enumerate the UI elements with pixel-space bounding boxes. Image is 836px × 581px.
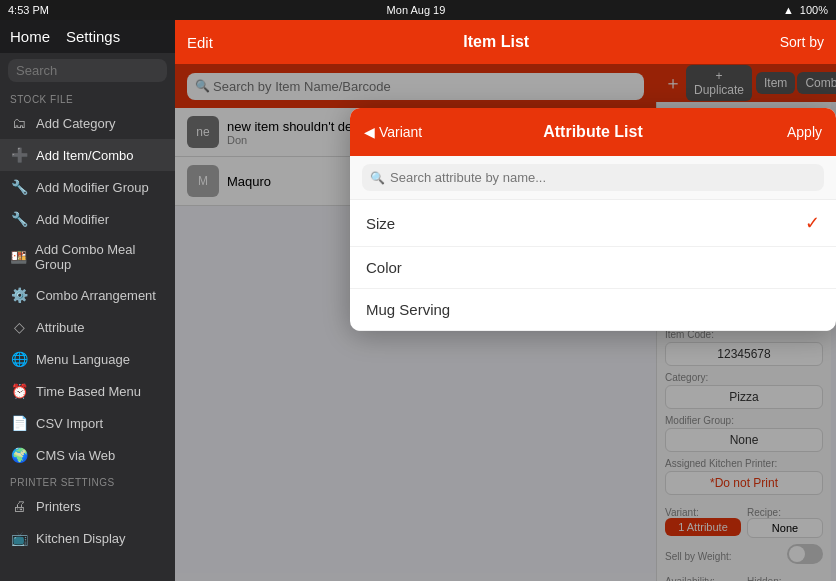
modifier-group-icon: 🔧: [10, 178, 28, 196]
sidebar-item-csv-import[interactable]: 📄 CSV Import: [0, 407, 175, 439]
battery-status: 100%: [800, 4, 828, 16]
sidebar: Home Settings STOCK FILE 🗂 Add Category …: [0, 20, 175, 581]
modal-overlay: ◀ Variant Attribute List Apply 🔍 Size: [175, 64, 836, 581]
top-bar: Edit Item List Sort by: [175, 20, 836, 64]
sidebar-search-area: [0, 53, 175, 88]
section-title-stock: STOCK FILE: [0, 88, 175, 107]
status-date: Mon Aug 19: [387, 4, 446, 16]
status-bar: 4:53 PM Mon Aug 19 ▲ 100%: [0, 0, 836, 20]
main-content: Edit Item List Sort by 🔍 ne: [175, 20, 836, 581]
category-icon: 🗂: [10, 114, 28, 132]
sidebar-item-label: Kitchen Display: [36, 531, 126, 546]
modal-search-area: 🔍: [350, 156, 836, 200]
sidebar-item-attribute[interactable]: ◇ Attribute: [0, 311, 175, 343]
sidebar-item-add-combo-meal-group[interactable]: 🍱 Add Combo Meal Group: [0, 235, 175, 279]
modal-attribute-list: Size ✓ Color Mug Serving: [350, 200, 836, 331]
sidebar-item-label: Add Modifier: [36, 212, 109, 227]
sidebar-item-kitchen-display[interactable]: 📺 Kitchen Display: [0, 522, 175, 554]
sidebar-item-label: Add Category: [36, 116, 116, 131]
page-title: Item List: [225, 33, 768, 51]
section-title-printer: PRINTER SETTINGS: [0, 471, 175, 490]
attribute-icon: ◇: [10, 318, 28, 336]
combo-meal-icon: 🍱: [10, 248, 27, 266]
modal-back-button[interactable]: ◀ Variant: [364, 124, 444, 140]
sidebar-item-label: CMS via Web: [36, 448, 115, 463]
sidebar-item-combo-arrangement[interactable]: ⚙️ Combo Arrangement: [0, 279, 175, 311]
search-icon: 🔍: [370, 171, 385, 185]
add-item-icon: ➕: [10, 146, 28, 164]
status-time: 4:53 PM: [8, 4, 49, 16]
sidebar-item-add-item-combo[interactable]: ➕ Add Item/Combo: [0, 139, 175, 171]
sidebar-item-add-category[interactable]: 🗂 Add Category: [0, 107, 175, 139]
attribute-label: Size: [366, 215, 805, 232]
attribute-item-size[interactable]: Size ✓: [350, 200, 836, 247]
modal-search-input[interactable]: [362, 164, 824, 191]
sidebar-nav-settings[interactable]: Settings: [66, 28, 120, 45]
printer-icon: 🖨: [10, 497, 28, 515]
sort-by-button[interactable]: Sort by: [780, 34, 824, 50]
sidebar-item-label: Add Item/Combo: [36, 148, 134, 163]
attribute-item-mug-serving[interactable]: Mug Serving: [350, 289, 836, 331]
sidebar-header: Home Settings: [0, 20, 175, 53]
language-icon: 🌐: [10, 350, 28, 368]
checkmark-icon: ✓: [805, 212, 820, 234]
sidebar-item-label: Time Based Menu: [36, 384, 141, 399]
arrangement-icon: ⚙️: [10, 286, 28, 304]
sidebar-item-label: Attribute: [36, 320, 84, 335]
modal-title: Attribute List: [444, 123, 742, 141]
sidebar-item-label: Printers: [36, 499, 81, 514]
sidebar-search-input[interactable]: [8, 59, 167, 82]
sidebar-item-label: Add Combo Meal Group: [35, 242, 165, 272]
wifi-icon: ▲: [783, 4, 794, 16]
time-icon: ⏰: [10, 382, 28, 400]
attribute-list-modal: ◀ Variant Attribute List Apply 🔍 Size: [350, 108, 836, 331]
modifier-icon: 🔧: [10, 210, 28, 228]
sidebar-item-label: Add Modifier Group: [36, 180, 149, 195]
sidebar-item-label: Combo Arrangement: [36, 288, 156, 303]
csv-icon: 📄: [10, 414, 28, 432]
modal-header: ◀ Variant Attribute List Apply: [350, 108, 836, 156]
sidebar-item-add-modifier-group[interactable]: 🔧 Add Modifier Group: [0, 171, 175, 203]
web-icon: 🌍: [10, 446, 28, 464]
edit-button[interactable]: Edit: [187, 34, 213, 51]
sidebar-nav-home[interactable]: Home: [10, 28, 50, 45]
attribute-label: Mug Serving: [366, 301, 820, 318]
sidebar-item-label: Menu Language: [36, 352, 130, 367]
sidebar-item-cms-via-web[interactable]: 🌍 CMS via Web: [0, 439, 175, 471]
sidebar-item-label: CSV Import: [36, 416, 103, 431]
sidebar-item-printers[interactable]: 🖨 Printers: [0, 490, 175, 522]
sidebar-item-menu-language[interactable]: 🌐 Menu Language: [0, 343, 175, 375]
sidebar-item-time-based-menu[interactable]: ⏰ Time Based Menu: [0, 375, 175, 407]
attribute-item-color[interactable]: Color: [350, 247, 836, 289]
sidebar-item-add-modifier[interactable]: 🔧 Add Modifier: [0, 203, 175, 235]
modal-apply-button[interactable]: Apply: [742, 124, 822, 140]
attribute-label: Color: [366, 259, 820, 276]
display-icon: 📺: [10, 529, 28, 547]
